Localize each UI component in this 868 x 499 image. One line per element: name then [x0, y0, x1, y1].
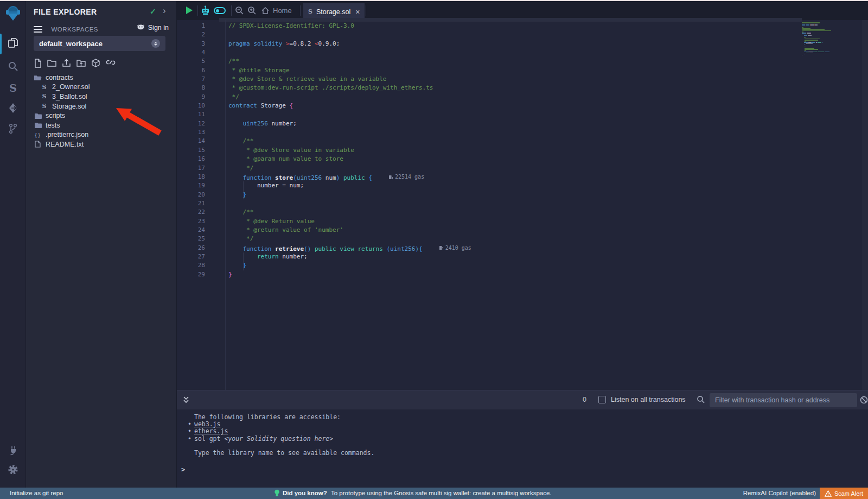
- line-number: 10: [177, 102, 205, 110]
- remix-ide-window: S: [0, 0, 868, 499]
- code-line-12: uint256 number;: [228, 119, 471, 128]
- code-line-1: // SPDX-License-Identifier: GPL-3.0: [228, 22, 471, 30]
- terminal-link[interactable]: ethers.js: [194, 427, 228, 435]
- remix-logo-icon[interactable]: [4, 4, 22, 23]
- sol-file-icon: S: [40, 103, 48, 110]
- check-icon: ✓: [150, 7, 156, 16]
- copilot-status[interactable]: RemixAI Copilot (enabled): [743, 490, 816, 496]
- line-number: 28: [177, 261, 205, 270]
- code-line-8: * @custom:dev-run-script ./scripts/deplo…: [228, 84, 471, 92]
- clear-console-icon[interactable]: [860, 396, 868, 404]
- terminal-prompt[interactable]: >: [181, 466, 185, 473]
- file-name: 2_Owner.sol: [52, 83, 90, 91]
- run-script-button[interactable]: [186, 7, 193, 14]
- code-line-4: [228, 48, 471, 57]
- listen-transactions-checkbox[interactable]: [598, 396, 606, 403]
- editor-minimap[interactable]: [802, 22, 859, 56]
- line-number: 19: [177, 181, 205, 190]
- upload-file-icon[interactable]: [62, 59, 71, 67]
- code-line-9: */: [228, 93, 471, 102]
- line-number: 8: [177, 84, 205, 92]
- upload-folder-icon[interactable]: [76, 59, 86, 67]
- line-number: 14: [177, 137, 205, 146]
- main-area: Home S Storage.sol × 1234567891011121314…: [176, 1, 868, 488]
- line-number: 25: [177, 235, 205, 243]
- collapse-terminal-icon[interactable]: [182, 395, 190, 405]
- json-file-icon: { }: [34, 132, 42, 138]
- code-line-10: contract Storage {: [228, 102, 471, 110]
- zoom-out-icon[interactable]: [235, 6, 244, 15]
- line-numbers: 1234567891011121314151617181920212223242…: [177, 22, 225, 279]
- code-line-28: }: [228, 261, 471, 270]
- line-number: 13: [177, 128, 205, 137]
- code-line-22: /**: [228, 208, 471, 217]
- line-number: 27: [177, 252, 205, 261]
- file-tree-item-contracts[interactable]: contracts: [26, 73, 176, 83]
- editor-topbar: Home S Storage.sol ×: [177, 1, 868, 20]
- line-number: 2: [177, 30, 205, 39]
- line-number: 20: [177, 191, 205, 199]
- zoom-in-icon[interactable]: [247, 6, 257, 15]
- code-line-16: * @param num value to store: [228, 155, 471, 163]
- ipfs-cube-icon[interactable]: [91, 59, 100, 68]
- scam-alert-button[interactable]: Scam Alert: [820, 488, 868, 499]
- terminal-line: Type the library name to see available c…: [177, 450, 868, 457]
- file-name: contracts: [46, 74, 73, 81]
- file-tree-item-readme-txt[interactable]: README.txt: [26, 140, 176, 149]
- plugin-manager-icon[interactable]: [0, 442, 26, 458]
- terminal-header: 0 Listen on all transactions: [177, 390, 868, 409]
- file-file-icon: [34, 141, 42, 148]
- sign-in-button[interactable]: Sign in: [137, 24, 169, 31]
- ai-copilot-robot-icon[interactable]: [201, 5, 210, 15]
- home-icon: [261, 7, 269, 14]
- line-number: 23: [177, 217, 205, 226]
- file-explorer-icon[interactable]: [0, 35, 26, 51]
- code-line-26: function retrieve() public view returns …: [228, 244, 471, 252]
- code-line-5: /**: [228, 57, 471, 66]
- line-number: 7: [177, 75, 205, 84]
- file-tree-item-3-ballot-sol[interactable]: S3_Ballot.sol: [26, 92, 176, 102]
- chevron-right-icon[interactable]: ›: [163, 5, 166, 16]
- file-name: Storage.sol: [52, 103, 86, 110]
- file-tree-item-2-owner-sol[interactable]: S2_Owner.sol: [26, 83, 176, 92]
- sol-file-icon: S: [40, 84, 48, 91]
- workspace-name: default_workspace: [39, 40, 151, 48]
- code-line-25: */: [228, 235, 471, 243]
- file-name: scripts: [46, 112, 65, 119]
- terminal-link[interactable]: web3.js: [194, 420, 220, 428]
- transaction-filter-input[interactable]: [710, 393, 857, 407]
- line-number: 26: [177, 244, 205, 252]
- copilot-toggle[interactable]: [214, 7, 226, 14]
- code-line-21: [228, 199, 471, 208]
- search-icon[interactable]: [0, 58, 26, 74]
- workspaces-menu-icon[interactable]: [34, 24, 42, 34]
- tab-home[interactable]: Home: [261, 1, 292, 20]
- line-number: 29: [177, 270, 205, 279]
- new-file-icon[interactable]: [34, 59, 42, 68]
- workspaces-label: WORKSPACES: [51, 26, 98, 33]
- git-icon[interactable]: [0, 121, 26, 137]
- deploy-and-run-icon[interactable]: [0, 100, 26, 116]
- editor-scrollbar[interactable]: [862, 20, 868, 390]
- workspaces-row: WORKSPACES Sign in: [34, 24, 171, 34]
- solidity-compiler-icon[interactable]: S: [0, 80, 26, 96]
- terminal-output[interactable]: The following libraries are accessible:•…: [177, 409, 868, 488]
- settings-gear-icon[interactable]: [0, 462, 26, 478]
- file-toolbar: [34, 59, 116, 68]
- code-line-13: [228, 128, 471, 137]
- close-tab-icon[interactable]: ×: [355, 8, 360, 16]
- terminal-search-icon: [697, 395, 705, 404]
- link-icon[interactable]: [106, 59, 116, 66]
- terminal-line: The following libraries are accessible:: [177, 414, 868, 421]
- workspace-caret-icon: [151, 39, 160, 48]
- git-init-button[interactable]: Initialize as git repo: [10, 490, 63, 496]
- folder-icon: [34, 113, 42, 119]
- new-folder-icon[interactable]: [47, 59, 56, 67]
- line-number: 21: [177, 199, 205, 208]
- line-number: 18: [177, 173, 205, 181]
- workspace-select[interactable]: default_workspace: [34, 36, 165, 51]
- code-line-14: /**: [228, 137, 471, 146]
- terminal-line: •web3.js: [177, 421, 868, 428]
- code-editor[interactable]: 1234567891011121314151617181920212223242…: [177, 20, 868, 390]
- warning-icon: [825, 490, 832, 497]
